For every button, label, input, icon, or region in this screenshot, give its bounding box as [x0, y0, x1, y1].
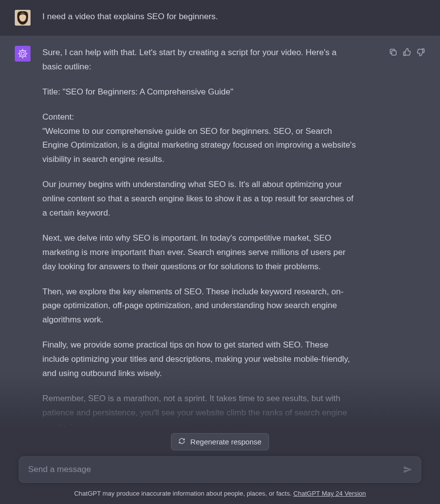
- svg-rect-4: [392, 51, 396, 55]
- footer-note: ChatGPT may produce inaccurate informati…: [19, 490, 421, 497]
- footer-text: ChatGPT may produce inaccurate informati…: [74, 490, 293, 497]
- refresh-icon: [178, 438, 185, 446]
- user-message-text: I need a video that explains SEO for beg…: [42, 10, 425, 26]
- content-p5: Finally, we provide some practical tips …: [42, 338, 357, 381]
- send-button[interactable]: [401, 463, 414, 476]
- thumbs-up-icon[interactable]: [403, 48, 411, 57]
- footer-version-link[interactable]: ChatGPT May 24 Version: [293, 490, 366, 497]
- regenerate-label: Regenerate response: [190, 438, 261, 446]
- assistant-content-block: Content: "Welcome to our comprehensive g…: [42, 110, 357, 167]
- content-p3: Next, we delve into why SEO is important…: [42, 231, 357, 274]
- bottom-area: Regenerate response ChatGPT may produce …: [0, 433, 440, 504]
- copy-icon[interactable]: [389, 48, 398, 57]
- svg-point-3: [21, 52, 25, 56]
- svg-point-2: [19, 50, 26, 57]
- user-avatar: [15, 10, 31, 26]
- content-label: Content:: [42, 112, 74, 122]
- assistant-message-body: Sure, I can help with that. Let's start …: [42, 46, 377, 433]
- assistant-intro: Sure, I can help with that. Let's start …: [42, 46, 357, 74]
- thumbs-down-icon[interactable]: [416, 48, 425, 57]
- content-p1: "Welcome to our comprehensive guide on S…: [42, 126, 356, 164]
- message-input[interactable]: [19, 456, 421, 483]
- assistant-message-row: Sure, I can help with that. Let's start …: [0, 36, 440, 433]
- message-actions: [389, 46, 425, 433]
- conversation-scroll[interactable]: I need a video that explains SEO for beg…: [0, 0, 440, 433]
- content-p6: Remember, SEO is a marathon, not a sprin…: [42, 392, 357, 433]
- user-message-row: I need a video that explains SEO for beg…: [0, 0, 440, 36]
- assistant-avatar: [15, 46, 31, 62]
- content-p2: Our journey begins with understanding wh…: [42, 178, 357, 220]
- assistant-title: Title: "SEO for Beginners: A Comprehensi…: [42, 85, 357, 99]
- input-row: [19, 456, 421, 483]
- content-p4: Then, we explore the key elements of SEO…: [42, 285, 357, 328]
- regenerate-button[interactable]: Regenerate response: [171, 433, 269, 450]
